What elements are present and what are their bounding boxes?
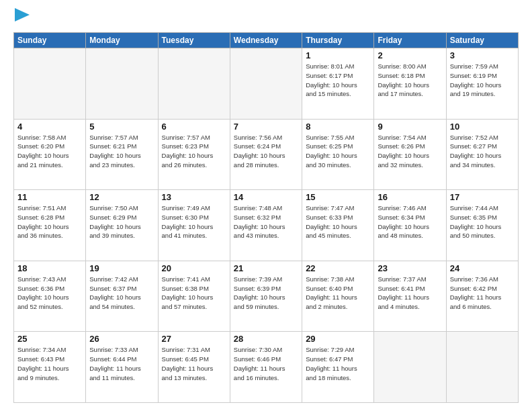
day-info: Sunrise: 7:33 AM Sunset: 6:44 PM Dayligh…	[89, 345, 154, 382]
header	[13, 11, 519, 26]
calendar-cell: 15Sunrise: 7:47 AM Sunset: 6:33 PM Dayli…	[302, 190, 374, 261]
weekday-header-row: SundayMondayTuesdayWednesdayThursdayFrid…	[14, 33, 519, 48]
day-info: Sunrise: 7:57 AM Sunset: 6:21 PM Dayligh…	[89, 133, 154, 170]
day-info: Sunrise: 7:38 AM Sunset: 6:40 PM Dayligh…	[306, 275, 370, 312]
calendar-cell: 28Sunrise: 7:30 AM Sunset: 6:46 PM Dayli…	[230, 332, 302, 403]
day-number: 24	[450, 263, 515, 273]
calendar-cell: 29Sunrise: 7:29 AM Sunset: 6:47 PM Dayli…	[302, 332, 374, 403]
day-number: 8	[306, 122, 370, 132]
day-info: Sunrise: 7:44 AM Sunset: 6:35 PM Dayligh…	[450, 203, 515, 240]
day-number: 22	[306, 263, 370, 273]
calendar-cell: 25Sunrise: 7:34 AM Sunset: 6:43 PM Dayli…	[14, 332, 86, 403]
calendar-cell: 19Sunrise: 7:42 AM Sunset: 6:37 PM Dayli…	[86, 261, 158, 332]
calendar-cell: 11Sunrise: 7:51 AM Sunset: 6:28 PM Dayli…	[14, 190, 86, 261]
calendar-cell: 1Sunrise: 8:01 AM Sunset: 6:17 PM Daylig…	[302, 48, 374, 120]
day-number: 2	[378, 50, 442, 60]
day-info: Sunrise: 7:31 AM Sunset: 6:45 PM Dayligh…	[162, 345, 226, 382]
day-info: Sunrise: 7:37 AM Sunset: 6:41 PM Dayligh…	[378, 275, 442, 312]
day-number: 27	[162, 334, 226, 344]
calendar-week-2: 4Sunrise: 7:58 AM Sunset: 6:20 PM Daylig…	[14, 119, 519, 190]
weekday-header-wednesday: Wednesday	[230, 33, 302, 48]
calendar-cell: 4Sunrise: 7:58 AM Sunset: 6:20 PM Daylig…	[14, 119, 86, 190]
calendar-cell	[14, 48, 86, 120]
day-info: Sunrise: 7:59 AM Sunset: 6:19 PM Dayligh…	[450, 62, 515, 99]
day-info: Sunrise: 7:57 AM Sunset: 6:23 PM Dayligh…	[162, 133, 226, 170]
day-number: 7	[234, 122, 298, 132]
calendar-cell: 8Sunrise: 7:55 AM Sunset: 6:25 PM Daylig…	[302, 119, 374, 190]
calendar-week-5: 25Sunrise: 7:34 AM Sunset: 6:43 PM Dayli…	[14, 332, 519, 403]
day-info: Sunrise: 7:48 AM Sunset: 6:32 PM Dayligh…	[234, 203, 298, 240]
calendar-cell: 6Sunrise: 7:57 AM Sunset: 6:23 PM Daylig…	[158, 119, 230, 190]
day-number: 26	[89, 334, 154, 344]
day-number: 25	[17, 334, 82, 344]
calendar-table: SundayMondayTuesdayWednesdayThursdayFrid…	[13, 32, 519, 403]
calendar-body: 1Sunrise: 8:01 AM Sunset: 6:17 PM Daylig…	[14, 48, 519, 403]
calendar-cell	[230, 48, 302, 120]
day-number: 11	[17, 192, 82, 202]
day-info: Sunrise: 7:51 AM Sunset: 6:28 PM Dayligh…	[17, 203, 82, 240]
day-number: 6	[162, 122, 226, 132]
day-info: Sunrise: 7:58 AM Sunset: 6:20 PM Dayligh…	[17, 133, 82, 170]
calendar-cell: 27Sunrise: 7:31 AM Sunset: 6:45 PM Dayli…	[158, 332, 230, 403]
day-info: Sunrise: 7:39 AM Sunset: 6:39 PM Dayligh…	[234, 275, 298, 312]
page: SundayMondayTuesdayWednesdayThursdayFrid…	[0, 0, 532, 411]
day-info: Sunrise: 7:34 AM Sunset: 6:43 PM Dayligh…	[17, 345, 82, 382]
calendar-cell: 24Sunrise: 7:36 AM Sunset: 6:42 PM Dayli…	[446, 261, 518, 332]
calendar-cell	[86, 48, 158, 120]
day-info: Sunrise: 7:47 AM Sunset: 6:33 PM Dayligh…	[306, 203, 370, 240]
weekday-header-sunday: Sunday	[14, 33, 86, 48]
calendar-cell: 22Sunrise: 7:38 AM Sunset: 6:40 PM Dayli…	[302, 261, 374, 332]
day-number: 4	[17, 122, 82, 132]
calendar-cell: 7Sunrise: 7:56 AM Sunset: 6:24 PM Daylig…	[230, 119, 302, 190]
calendar-cell	[446, 332, 518, 403]
day-number: 16	[378, 192, 442, 202]
calendar-cell: 3Sunrise: 7:59 AM Sunset: 6:19 PM Daylig…	[446, 48, 518, 120]
day-info: Sunrise: 8:01 AM Sunset: 6:17 PM Dayligh…	[306, 62, 370, 99]
calendar-cell: 23Sunrise: 7:37 AM Sunset: 6:41 PM Dayli…	[374, 261, 446, 332]
day-info: Sunrise: 7:41 AM Sunset: 6:38 PM Dayligh…	[162, 275, 226, 312]
day-number: 28	[234, 334, 298, 344]
day-number: 12	[89, 192, 154, 202]
day-info: Sunrise: 7:43 AM Sunset: 6:36 PM Dayligh…	[17, 275, 82, 312]
day-number: 5	[89, 122, 154, 132]
day-number: 3	[450, 50, 515, 60]
day-number: 19	[89, 263, 154, 273]
logo-icon	[15, 8, 30, 21]
calendar-week-3: 11Sunrise: 7:51 AM Sunset: 6:28 PM Dayli…	[14, 190, 519, 261]
day-number: 15	[306, 192, 370, 202]
logo	[13, 11, 30, 26]
svg-marker-0	[15, 8, 30, 21]
day-number: 20	[162, 263, 226, 273]
calendar-cell	[374, 332, 446, 403]
day-number: 17	[450, 192, 515, 202]
calendar-cell: 17Sunrise: 7:44 AM Sunset: 6:35 PM Dayli…	[446, 190, 518, 261]
day-number: 1	[306, 50, 370, 60]
day-number: 10	[450, 122, 515, 132]
calendar-cell: 21Sunrise: 7:39 AM Sunset: 6:39 PM Dayli…	[230, 261, 302, 332]
day-number: 14	[234, 192, 298, 202]
day-number: 23	[378, 263, 442, 273]
day-info: Sunrise: 7:55 AM Sunset: 6:25 PM Dayligh…	[306, 133, 370, 170]
day-number: 13	[162, 192, 226, 202]
day-info: Sunrise: 7:49 AM Sunset: 6:30 PM Dayligh…	[162, 203, 226, 240]
calendar-cell: 12Sunrise: 7:50 AM Sunset: 6:29 PM Dayli…	[86, 190, 158, 261]
day-number: 9	[378, 122, 442, 132]
calendar-cell: 20Sunrise: 7:41 AM Sunset: 6:38 PM Dayli…	[158, 261, 230, 332]
calendar-cell	[158, 48, 230, 120]
calendar-cell: 14Sunrise: 7:48 AM Sunset: 6:32 PM Dayli…	[230, 190, 302, 261]
day-info: Sunrise: 7:29 AM Sunset: 6:47 PM Dayligh…	[306, 345, 370, 382]
day-info: Sunrise: 7:42 AM Sunset: 6:37 PM Dayligh…	[89, 275, 154, 312]
day-number: 21	[234, 263, 298, 273]
weekday-header-friday: Friday	[374, 33, 446, 48]
day-info: Sunrise: 7:46 AM Sunset: 6:34 PM Dayligh…	[378, 203, 442, 240]
weekday-header-tuesday: Tuesday	[158, 33, 230, 48]
day-info: Sunrise: 7:52 AM Sunset: 6:27 PM Dayligh…	[450, 133, 515, 170]
calendar-cell: 2Sunrise: 8:00 AM Sunset: 6:18 PM Daylig…	[374, 48, 446, 120]
calendar-cell: 16Sunrise: 7:46 AM Sunset: 6:34 PM Dayli…	[374, 190, 446, 261]
day-info: Sunrise: 7:54 AM Sunset: 6:26 PM Dayligh…	[378, 133, 442, 170]
calendar-cell: 5Sunrise: 7:57 AM Sunset: 6:21 PM Daylig…	[86, 119, 158, 190]
weekday-header-monday: Monday	[86, 33, 158, 48]
calendar-week-1: 1Sunrise: 8:01 AM Sunset: 6:17 PM Daylig…	[14, 48, 519, 120]
calendar-cell: 13Sunrise: 7:49 AM Sunset: 6:30 PM Dayli…	[158, 190, 230, 261]
calendar-cell: 9Sunrise: 7:54 AM Sunset: 6:26 PM Daylig…	[374, 119, 446, 190]
